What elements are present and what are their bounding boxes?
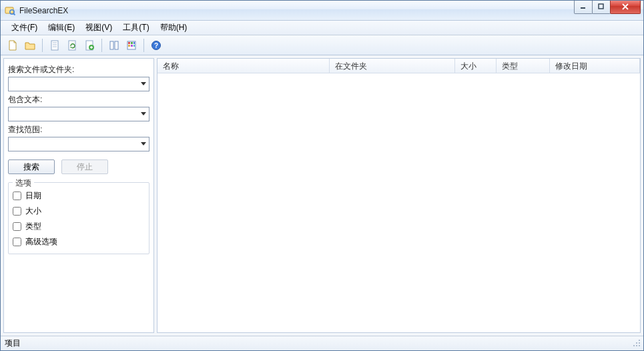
svg-rect-17 xyxy=(133,42,135,44)
page-refresh-icon[interactable] xyxy=(64,37,80,53)
main-area: 搜索文件或文件夹: 包含文本: 查找范围: 搜索 停止 选项 日期 xyxy=(1,55,643,336)
toolbar-separator xyxy=(101,39,102,52)
chevron-down-icon[interactable] xyxy=(138,107,149,121)
svg-point-26 xyxy=(633,345,635,346)
svg-rect-19 xyxy=(131,45,133,47)
svg-rect-18 xyxy=(128,45,130,47)
contains-label: 包含文本: xyxy=(8,94,149,105)
check-size-box[interactable] xyxy=(13,207,21,216)
open-folder-icon[interactable] xyxy=(22,37,38,53)
chevron-down-icon[interactable] xyxy=(138,137,149,151)
col-modified[interactable]: 修改日期 xyxy=(550,59,640,73)
stop-button: 停止 xyxy=(61,159,108,174)
scope-field[interactable] xyxy=(9,137,138,151)
page-add-icon[interactable] xyxy=(81,37,97,53)
contains-input[interactable] xyxy=(8,107,149,121)
search-input[interactable] xyxy=(8,77,149,91)
svg-text:?: ? xyxy=(154,42,158,49)
svg-rect-4 xyxy=(599,4,603,9)
statusbar: 项目 xyxy=(1,336,643,350)
close-button[interactable] xyxy=(610,1,641,14)
columns-header: 名称 在文件夹 大小 类型 修改日期 xyxy=(157,59,640,73)
chevron-down-icon[interactable] xyxy=(138,77,149,91)
menu-tools[interactable]: 工具(T) xyxy=(117,21,154,35)
svg-point-28 xyxy=(639,345,640,346)
svg-rect-16 xyxy=(131,42,133,44)
new-file-icon[interactable] xyxy=(5,37,21,53)
button-row: 搜索 停止 xyxy=(8,159,149,174)
search-panel: 搜索文件或文件夹: 包含文本: 查找范围: 搜索 停止 选项 日期 xyxy=(3,58,154,333)
check-date-label: 日期 xyxy=(25,190,41,202)
check-size[interactable]: 大小 xyxy=(13,204,145,219)
app-icon xyxy=(5,5,15,16)
results-body[interactable] xyxy=(157,73,640,332)
check-type-label: 类型 xyxy=(25,221,41,232)
check-advanced-label: 高级选项 xyxy=(25,236,57,248)
svg-rect-12 xyxy=(110,41,113,49)
col-name[interactable]: 名称 xyxy=(157,59,330,73)
contains-field[interactable] xyxy=(9,107,138,121)
menu-view[interactable]: 视图(V) xyxy=(80,21,117,35)
svg-point-25 xyxy=(639,342,640,344)
menu-help[interactable]: 帮助(H) xyxy=(155,21,193,35)
scope-label: 查找范围: xyxy=(8,124,149,135)
help-icon[interactable]: ? xyxy=(148,37,164,53)
options-group: 选项 日期 大小 类型 高级选项 xyxy=(8,182,149,254)
col-folder[interactable]: 在文件夹 xyxy=(330,59,455,73)
svg-rect-20 xyxy=(133,45,135,47)
resize-grip[interactable] xyxy=(631,338,642,348)
svg-rect-15 xyxy=(128,42,130,44)
check-date[interactable]: 日期 xyxy=(13,188,145,204)
menu-edit[interactable]: 编辑(E) xyxy=(43,21,80,35)
check-type-box[interactable] xyxy=(13,222,21,231)
check-advanced-box[interactable] xyxy=(13,238,21,246)
search-button[interactable]: 搜索 xyxy=(8,159,55,174)
col-type[interactable]: 类型 xyxy=(497,59,550,73)
search-label: 搜索文件或文件夹: xyxy=(8,64,149,75)
svg-point-27 xyxy=(636,345,637,346)
minimize-button[interactable] xyxy=(574,1,593,14)
page-icon[interactable] xyxy=(47,37,63,53)
toolbar: ? xyxy=(1,35,643,55)
window-controls xyxy=(575,1,643,14)
results-panel: 名称 在文件夹 大小 类型 修改日期 xyxy=(157,58,641,333)
svg-rect-5 xyxy=(51,41,58,50)
grid-icon[interactable] xyxy=(123,37,139,53)
scope-input[interactable] xyxy=(8,137,149,151)
svg-rect-13 xyxy=(115,41,118,49)
search-field[interactable] xyxy=(9,77,138,91)
col-size[interactable]: 大小 xyxy=(455,59,497,73)
check-size-label: 大小 xyxy=(25,206,41,217)
window-title: FileSearchEX xyxy=(19,6,575,15)
check-type[interactable]: 类型 xyxy=(13,219,145,234)
svg-point-24 xyxy=(636,342,637,344)
columns-icon[interactable] xyxy=(106,37,122,53)
options-legend: 选项 xyxy=(13,178,34,189)
svg-point-23 xyxy=(639,340,640,341)
titlebar: FileSearchEX xyxy=(1,1,643,21)
menubar: 文件(F) 编辑(E) 视图(V) 工具(T) 帮助(H) xyxy=(1,21,643,35)
toolbar-separator xyxy=(143,39,144,52)
svg-line-2 xyxy=(13,13,15,15)
maximize-button[interactable] xyxy=(592,1,611,14)
toolbar-separator xyxy=(42,39,43,52)
check-advanced[interactable]: 高级选项 xyxy=(13,234,145,250)
status-text: 项目 xyxy=(5,338,631,349)
check-date-box[interactable] xyxy=(13,192,21,200)
menu-file[interactable]: 文件(F) xyxy=(6,21,43,35)
